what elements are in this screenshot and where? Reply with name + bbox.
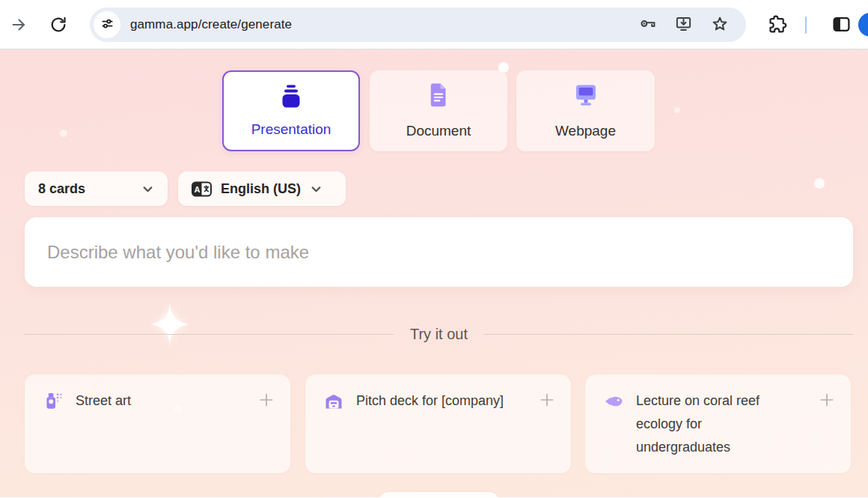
profile-avatar[interactable] (858, 13, 868, 37)
language-dropdown[interactable]: A English (US) (178, 171, 346, 206)
add-suggestion-button[interactable] (818, 391, 836, 409)
suggestion-text: Lecture on coral reef ecology for underg… (636, 389, 798, 459)
language-value: English (US) (221, 181, 301, 197)
side-panel-icon (831, 14, 852, 37)
star-icon (710, 14, 730, 36)
type-label: Webpage (555, 123, 616, 139)
peek-bottom-button[interactable] (378, 492, 500, 497)
browser-toolbar: gamma.app/create/generate (0, 0, 868, 49)
language-icon: A (192, 181, 212, 197)
browser-window: gamma.app/create/generate (0, 0, 868, 498)
toolbar-separator (805, 16, 807, 34)
garage-icon (323, 391, 344, 414)
reload-icon (49, 15, 68, 37)
suggestion-card-pitch-deck[interactable]: Pitch deck for [company] (305, 374, 571, 473)
type-card-webpage[interactable]: Webpage (516, 70, 655, 151)
puzzle-icon (767, 13, 787, 36)
divider-line (484, 334, 853, 335)
cards-count-value: 8 cards (38, 181, 85, 197)
tune-icon (100, 16, 114, 34)
try-it-out-divider: Try it out (25, 324, 853, 344)
fish-icon (603, 391, 624, 414)
prompt-container (25, 217, 853, 287)
type-card-presentation[interactable]: Presentation (222, 70, 360, 151)
document-icon (424, 80, 453, 112)
key-icon (638, 14, 657, 35)
chevron-down-icon (141, 183, 154, 195)
slide-deck-icon (276, 82, 306, 114)
gamma-create-page: Presentation Document (0, 49, 868, 497)
suggestion-card-coral-reef[interactable]: Lecture on coral reef ecology for underg… (585, 374, 851, 473)
reload-button[interactable] (48, 15, 69, 36)
spray-can-icon (43, 391, 64, 414)
suggestion-card-street-art[interactable]: Street art (25, 374, 290, 473)
try-it-out-label: Try it out (394, 326, 484, 343)
type-label: Document (406, 123, 471, 139)
divider-line (25, 334, 394, 335)
svg-text:A: A (195, 184, 201, 193)
forward-button[interactable] (9, 16, 28, 35)
password-manager-button[interactable] (638, 14, 657, 35)
url-bar[interactable]: gamma.app/create/generate (90, 7, 746, 42)
suggestion-text: Street art (76, 389, 131, 413)
side-panel-button[interactable] (830, 14, 852, 37)
add-suggestion-button[interactable] (257, 391, 275, 409)
type-label: Presentation (251, 121, 331, 138)
bookmark-button[interactable] (710, 14, 730, 36)
suggestion-text: Pitch deck for [company] (356, 389, 504, 413)
decor-dot (814, 178, 825, 189)
prompt-input[interactable] (25, 217, 853, 287)
chevron-down-icon (310, 183, 323, 195)
monitor-download-icon (674, 14, 693, 35)
url-text: gamma.app/create/generate (130, 17, 292, 32)
type-card-document[interactable]: Document (370, 70, 507, 151)
site-settings-button[interactable] (94, 11, 120, 38)
install-app-button[interactable] (674, 14, 693, 35)
decor-dot (674, 107, 680, 113)
monitor-icon (571, 80, 601, 112)
decor-dot (60, 130, 67, 137)
extensions-button[interactable] (765, 13, 788, 36)
add-suggestion-button[interactable] (538, 391, 556, 409)
cards-count-dropdown[interactable]: 8 cards (25, 171, 168, 206)
forward-arrow-icon (10, 16, 28, 36)
